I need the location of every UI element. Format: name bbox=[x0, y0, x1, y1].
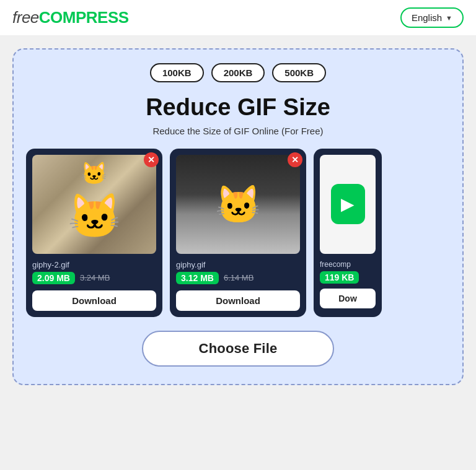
card-sizes-3: 119 KB bbox=[320, 271, 376, 284]
filename-2: giphy.gif bbox=[176, 260, 300, 269]
size-old-2: 6.14 MB bbox=[224, 273, 253, 282]
size-new-2: 3.12 MB bbox=[176, 272, 219, 284]
cat-image-2 bbox=[176, 155, 300, 254]
main-title: Reduce GIF Size bbox=[26, 94, 450, 122]
gif-preview-2 bbox=[176, 155, 300, 254]
size-badge-200kb[interactable]: 200KB bbox=[211, 63, 265, 82]
logo: freeCOMPRESS bbox=[12, 8, 129, 27]
gif-card-2: ✕ giphy.gif 3.12 MB 6.14 MB Download bbox=[170, 149, 306, 317]
title-section: Reduce GIF Size Reduce the Size of GIF O… bbox=[26, 94, 450, 136]
chevron-down-icon: ▼ bbox=[446, 14, 452, 22]
size-old-1: 3.24 MB bbox=[80, 273, 110, 282]
download-button-1[interactable]: Download bbox=[32, 290, 156, 311]
download-button-2[interactable]: Download bbox=[176, 290, 300, 311]
gif-preview-1 bbox=[32, 155, 156, 254]
size-badges-row: 100KB 200KB 500KB bbox=[26, 63, 450, 82]
tool-container: 100KB 200KB 500KB Reduce GIF Size Reduce… bbox=[12, 48, 464, 385]
card-sizes-1: 2.09 MB 3.24 MB bbox=[32, 272, 156, 284]
header: freeCOMPRESS English ▼ bbox=[0, 0, 476, 36]
filename-1: giphy-2.gif bbox=[32, 260, 156, 269]
choose-file-button[interactable]: Choose File bbox=[142, 331, 335, 367]
sub-title: Reduce the Size of GIF Online (For Free) bbox=[26, 126, 450, 136]
language-label: English bbox=[412, 12, 442, 23]
filename-3: freecomp bbox=[320, 260, 376, 269]
gif-preview-3: ▶ bbox=[320, 155, 376, 254]
choose-file-wrap: Choose File bbox=[26, 331, 450, 367]
language-selector[interactable]: English ▼ bbox=[400, 7, 464, 28]
size-badge-100kb[interactable]: 100KB bbox=[150, 63, 204, 82]
close-button-2[interactable]: ✕ bbox=[288, 152, 302, 167]
download-button-3[interactable]: Dow bbox=[320, 289, 376, 308]
size-new-1: 2.09 MB bbox=[32, 272, 75, 284]
gif-card-3: ▶ freecomp 119 KB Dow bbox=[314, 149, 382, 317]
card-sizes-2: 3.12 MB 6.14 MB bbox=[176, 272, 300, 284]
main-content: 100KB 200KB 500KB Reduce GIF Size Reduce… bbox=[0, 36, 476, 398]
size-new-3: 119 KB bbox=[320, 271, 359, 284]
cards-row: ✕ giphy-2.gif 2.09 MB 3.24 MB Download ✕… bbox=[26, 149, 450, 317]
cat-image-1 bbox=[32, 155, 156, 254]
logo-compress: COMPRESS bbox=[39, 8, 129, 27]
logo-free: free bbox=[12, 8, 39, 27]
gif-icon-3: ▶ bbox=[331, 184, 365, 224]
close-button-1[interactable]: ✕ bbox=[144, 152, 159, 167]
gif-card-1: ✕ giphy-2.gif 2.09 MB 3.24 MB Download bbox=[26, 149, 162, 317]
size-badge-500kb[interactable]: 500KB bbox=[272, 63, 326, 82]
